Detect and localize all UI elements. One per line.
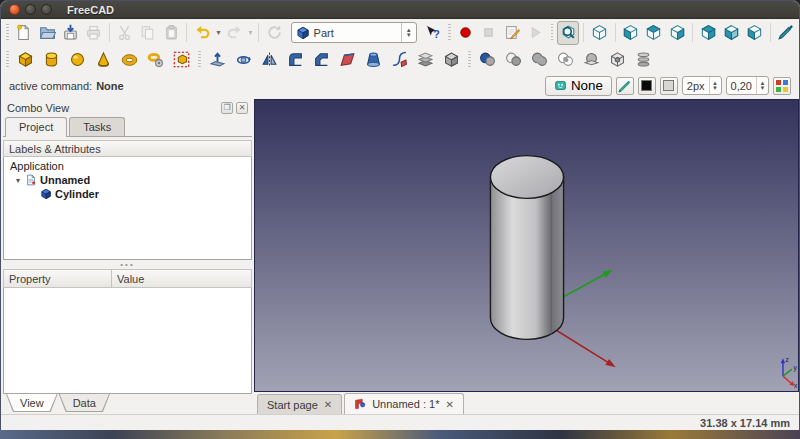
part-chamfer-button[interactable] bbox=[309, 48, 334, 72]
fit-all-button[interactable] bbox=[557, 21, 579, 45]
part-thickness-button[interactable] bbox=[439, 48, 464, 72]
part-union-button[interactable] bbox=[527, 48, 552, 72]
part-mirror-button[interactable] bbox=[257, 48, 282, 72]
toolbar-drag-handle[interactable] bbox=[468, 51, 471, 69]
part-cut-button[interactable] bbox=[501, 48, 526, 72]
copy-icon bbox=[139, 24, 156, 41]
face-color-button[interactable] bbox=[660, 77, 678, 95]
macro-edit-button[interactable] bbox=[501, 21, 523, 45]
tab-start-page[interactable]: Start page ✕ bbox=[257, 394, 342, 414]
toolbar-drag-handle[interactable] bbox=[198, 51, 201, 69]
macro-play-button[interactable] bbox=[524, 21, 546, 45]
model-tree[interactable]: Application ▾ Unnamed Cylinder bbox=[3, 157, 252, 260]
layer-button[interactable]: None bbox=[545, 76, 612, 96]
3d-viewport[interactable]: z y x bbox=[254, 99, 799, 392]
part-cylinder-button[interactable] bbox=[39, 48, 64, 72]
part-fillet-button[interactable] bbox=[283, 48, 308, 72]
part-box-button[interactable] bbox=[13, 48, 38, 72]
expander-icon[interactable]: ▾ bbox=[14, 176, 22, 185]
measure-distance-button[interactable] bbox=[775, 21, 797, 45]
part-ruled-surface-button[interactable] bbox=[335, 48, 360, 72]
tab-tasks[interactable]: Tasks bbox=[69, 117, 125, 136]
redo-button[interactable] bbox=[223, 21, 245, 45]
save-document-button[interactable] bbox=[59, 21, 81, 45]
toolbar-drag-handle[interactable] bbox=[6, 24, 9, 42]
part-torus-button[interactable] bbox=[117, 48, 142, 72]
tree-item-document[interactable]: ▾ Unnamed bbox=[4, 173, 251, 187]
redo-dropdown-caret[interactable]: ▼ bbox=[247, 21, 255, 45]
text-scale-spinbox[interactable]: 0,20 ▲▼ bbox=[726, 76, 769, 95]
line-color-button[interactable] bbox=[638, 77, 656, 95]
part-primitives-button[interactable] bbox=[143, 48, 168, 72]
tab-unnamed-document[interactable]: Unnamed : 1* ✕ bbox=[344, 393, 464, 414]
part-cone-button[interactable] bbox=[91, 48, 116, 72]
tab-data[interactable]: Data bbox=[59, 394, 110, 412]
autogroup-button[interactable] bbox=[773, 77, 791, 95]
whats-this-button[interactable]: ? bbox=[422, 21, 444, 45]
macro-stop-button[interactable] bbox=[478, 21, 500, 45]
close-tab-icon[interactable]: ✕ bbox=[445, 399, 453, 410]
line-width-spin-arrows[interactable]: ▲▼ bbox=[709, 77, 721, 94]
tab-view[interactable]: View bbox=[6, 394, 58, 412]
toolbar-drag-handle[interactable] bbox=[448, 24, 451, 42]
part-common-button[interactable] bbox=[553, 48, 578, 72]
panel-splitter[interactable]: ••• bbox=[3, 260, 252, 269]
close-tab-icon[interactable]: ✕ bbox=[324, 399, 332, 410]
window-minimize-icon[interactable] bbox=[25, 4, 36, 15]
tree-item-cylinder[interactable]: Cylinder bbox=[4, 187, 251, 201]
cylinder-object[interactable] bbox=[490, 156, 563, 340]
value-column-header[interactable]: Value bbox=[111, 269, 252, 288]
part-offset-button[interactable] bbox=[413, 48, 438, 72]
copy-button[interactable] bbox=[137, 21, 159, 45]
construction-mode-toggle[interactable] bbox=[616, 77, 634, 95]
section-icon bbox=[583, 51, 600, 68]
part-compound-button[interactable] bbox=[605, 48, 630, 72]
workbench-selector[interactable]: Part ▲▼ bbox=[291, 22, 417, 43]
toolbar-drag-handle[interactable] bbox=[6, 51, 9, 69]
property-table-body[interactable] bbox=[3, 288, 252, 394]
undo-button[interactable] bbox=[191, 21, 213, 45]
part-sphere-button[interactable] bbox=[65, 48, 90, 72]
titlebar[interactable]: FreeCAD bbox=[1, 1, 799, 19]
property-column-header[interactable]: Property bbox=[3, 269, 111, 288]
left-view-button[interactable] bbox=[744, 21, 766, 45]
right-view-button[interactable] bbox=[666, 21, 688, 45]
top-view-button[interactable] bbox=[643, 21, 665, 45]
measure-pen-icon bbox=[777, 24, 794, 41]
window-close-icon[interactable] bbox=[9, 4, 20, 15]
cut-button[interactable] bbox=[114, 21, 136, 45]
tab-project[interactable]: Project bbox=[5, 117, 67, 137]
front-view-button[interactable] bbox=[619, 21, 641, 45]
axonometric-view-button[interactable] bbox=[588, 21, 610, 45]
line-width-spinbox[interactable]: 2px ▲▼ bbox=[682, 76, 722, 95]
combo-view-title: Combo View bbox=[7, 102, 69, 114]
workbench-spinner[interactable]: ▲▼ bbox=[401, 23, 416, 42]
part-revolve-button[interactable] bbox=[231, 48, 256, 72]
print-button[interactable] bbox=[82, 21, 104, 45]
refresh-button[interactable] bbox=[263, 21, 285, 45]
window-maximize-icon[interactable] bbox=[41, 4, 52, 15]
dock-float-icon[interactable]: ❐ bbox=[221, 102, 233, 114]
toolbar-drag-handle[interactable] bbox=[551, 24, 554, 42]
tree-item-application[interactable]: Application bbox=[4, 159, 251, 173]
bottom-view-button[interactable] bbox=[720, 21, 742, 45]
part-loft-button[interactable] bbox=[361, 48, 386, 72]
rear-view-button[interactable] bbox=[697, 21, 719, 45]
part-shape-builder-button[interactable] bbox=[169, 48, 194, 72]
undo-dropdown-caret[interactable]: ▼ bbox=[214, 21, 222, 45]
labels-attributes-header: Labels & Attributes bbox=[3, 140, 252, 157]
new-document-button[interactable] bbox=[13, 21, 35, 45]
open-document-button[interactable] bbox=[36, 21, 58, 45]
part-section-button[interactable] bbox=[579, 48, 604, 72]
paste-button[interactable] bbox=[160, 21, 182, 45]
part-boolean-button[interactable] bbox=[475, 48, 500, 72]
offset-layers-icon bbox=[417, 51, 434, 68]
dock-close-icon[interactable]: ✕ bbox=[236, 102, 248, 114]
part-sweep-button[interactable] bbox=[387, 48, 412, 72]
combo-view-titlebar[interactable]: Combo View ❐ ✕ bbox=[3, 99, 252, 116]
part-cross-sections-button[interactable] bbox=[631, 48, 656, 72]
macro-record-button[interactable] bbox=[455, 21, 477, 45]
text-scale-spin-arrows[interactable]: ▲▼ bbox=[756, 77, 768, 94]
part-extrude-button[interactable] bbox=[205, 48, 230, 72]
shape-builder-icon bbox=[173, 51, 190, 68]
